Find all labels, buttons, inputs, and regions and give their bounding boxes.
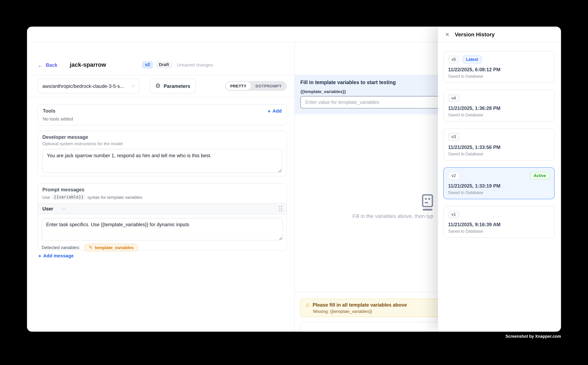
version-date: 11/21/2025, 1:33:56 PM — [448, 144, 550, 150]
version-card-v2-active[interactable]: v2 Active 11/21/2025, 1:33:19 PM Saved t… — [443, 167, 555, 199]
prompt-messages-card: Prompt messages Use {{variable}} syntax … — [38, 183, 287, 251]
view-mode-toggle: PRETTY DOTPROMPT — [225, 81, 287, 91]
model-toolbar: aws/anthropic/bedrock-claude-3-5-s... ⚙ … — [38, 79, 287, 93]
warning-title: Please fill in all template variables ab… — [312, 302, 407, 308]
model-select[interactable]: aws/anthropic/bedrock-claude-3-5-s... — [38, 78, 139, 93]
variable-code-chip: {{variable}} — [52, 194, 85, 200]
version-card-v3[interactable]: v3 11/21/2025, 1:33:56 PM Saved to Datab… — [443, 128, 555, 161]
back-label: Back — [46, 62, 57, 68]
divider — [27, 97, 294, 97]
version-history-title: Version History — [455, 31, 495, 37]
version-tag: v2 — [448, 172, 459, 180]
prompt-editor-pane: ← Back jack-sparrow v2 Draft Unsaved cha… — [27, 42, 294, 332]
add-message-label: Add message — [43, 253, 74, 259]
version-source: Saved to Database — [448, 151, 550, 156]
detected-variables-row: Detected variables: ✎ template_variables — [38, 240, 286, 251]
version-tag: v4 — [448, 94, 459, 102]
app-window: ← Back jack-sparrow v2 Draft Unsaved cha… — [27, 27, 561, 332]
hint-post: syntax for template variables — [87, 195, 142, 199]
template-syntax-hint: Use {{variable}} syntax for template var… — [42, 194, 282, 200]
plus-icon: + — [268, 108, 271, 113]
chevron-down-icon — [62, 206, 66, 210]
developer-message-subtitle: Optional system instructions for the mod… — [42, 141, 282, 146]
back-button[interactable]: ← Back — [38, 62, 57, 68]
parameters-button[interactable]: ⚙ Parameters — [150, 78, 196, 93]
model-select-value: aws/anthropic/bedrock-claude-3-5-s... — [42, 83, 124, 89]
version-source: Saved to Database — [448, 229, 550, 233]
developer-message-title: Developer message — [42, 134, 282, 140]
unsaved-changes-label: Unsaved changes — [177, 62, 213, 68]
developer-message-card: Developer message Optional system instru… — [38, 131, 287, 176]
add-message-button[interactable]: + Add message — [38, 253, 74, 259]
version-source: Saved to Database — [448, 190, 550, 195]
gear-icon: ⚙ — [155, 83, 161, 89]
version-tag: v5 — [448, 56, 459, 63]
toggle-pretty[interactable]: PRETTY — [226, 82, 251, 90]
draft-badge: Draft — [156, 61, 172, 69]
plus-icon: + — [38, 253, 41, 259]
tools-title: Tools — [43, 108, 55, 114]
warning-icon: ⚠ — [305, 302, 310, 307]
tools-empty-text: No tools added — [43, 116, 282, 121]
chevron-down-icon — [131, 83, 135, 87]
version-tag: v1 — [448, 211, 459, 218]
developer-message-textarea[interactable]: You are jack sparrow number 1, respond a… — [42, 149, 282, 173]
parameters-label: Parameters — [164, 83, 190, 89]
version-tag: v3 — [448, 133, 459, 141]
page-title: jack-sparrow — [70, 62, 106, 68]
version-source: Saved to Database — [448, 113, 550, 117]
toggle-dotprompt[interactable]: DOTPROMPT — [251, 82, 286, 90]
edit-icon: ✎ — [89, 245, 92, 250]
tools-card: Tools + Add No tools added — [38, 104, 287, 125]
drag-handle-icon[interactable] — [279, 206, 282, 211]
version-history-panel: ✕ Version History v5 Latest 11/22/2025, … — [438, 27, 561, 332]
version-history-header: ✕ Version History — [438, 27, 561, 42]
close-icon[interactable]: ✕ — [445, 32, 450, 37]
robot-icon — [420, 194, 435, 213]
version-badge: v2 — [142, 61, 153, 69]
screenshot-stage: ← Back jack-sparrow v2 Draft Unsaved cha… — [0, 0, 588, 365]
version-date: 11/21/2025, 1:36:28 PM — [448, 106, 550, 111]
version-date: 11/21/2025, 9:16:39 AM — [448, 222, 550, 227]
message-role-row: User — [38, 203, 286, 214]
version-date: 11/21/2025, 1:33:19 PM — [448, 183, 550, 189]
version-source: Saved to Database — [448, 74, 550, 78]
version-date: 11/22/2025, 6:08:12 PM — [448, 67, 550, 72]
version-card-v5[interactable]: v5 Latest 11/22/2025, 6:08:12 PM Saved t… — [443, 51, 555, 83]
back-arrow-icon: ← — [38, 62, 43, 68]
template-variable-chip[interactable]: ✎ template_variables — [84, 244, 138, 251]
prompt-message-block: User Enter task specifics. Use {{templat… — [38, 203, 286, 251]
version-card-v1[interactable]: v1 11/21/2025, 9:16:39 AM Saved to Datab… — [443, 206, 555, 238]
role-select[interactable]: User — [42, 206, 65, 211]
breadcrumb: ← Back jack-sparrow v2 Draft Unsaved cha… — [38, 60, 213, 70]
prompt-message-textarea[interactable]: Enter task specifics. Use {{template_var… — [42, 218, 283, 240]
version-card-v4[interactable]: v4 11/21/2025, 1:36:28 PM Saved to Datab… — [443, 90, 555, 122]
empty-state-hint: Fill in the variables above, then typ — [353, 213, 433, 219]
template-variable-chip-label: template_variables — [95, 245, 134, 250]
detected-variables-label: Detected variables: — [42, 245, 80, 250]
screenshot-credit: Screenshot by Xnapper.com — [505, 334, 561, 338]
version-list: v5 Latest 11/22/2025, 6:08:12 PM Saved t… — [438, 42, 561, 238]
role-select-value: User — [42, 206, 53, 211]
latest-badge: Latest — [462, 56, 482, 63]
active-badge: Active — [530, 172, 550, 180]
add-tool-button[interactable]: + Add — [268, 108, 282, 113]
divider — [27, 75, 294, 75]
hint-pre: Use — [42, 195, 50, 199]
prompt-messages-title: Prompt messages — [42, 187, 282, 192]
add-tool-label: Add — [272, 108, 282, 113]
